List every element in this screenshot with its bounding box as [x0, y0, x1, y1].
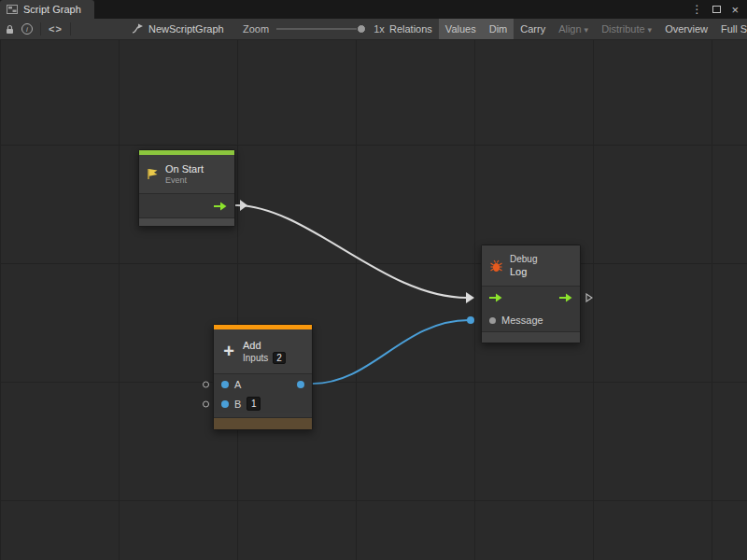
port-label: A	[234, 379, 241, 390]
inputs-row: Inputs2	[243, 352, 286, 364]
wire-end-dot	[467, 316, 474, 324]
align-button-label: Align	[558, 23, 581, 35]
chevron-down-icon: ▾	[648, 25, 653, 35]
maximize-icon[interactable]	[712, 6, 721, 13]
close-icon[interactable]: ×	[731, 4, 739, 16]
plus-icon: +	[221, 341, 236, 362]
node-title: Log	[510, 265, 537, 278]
tab-label: Script Graph	[23, 4, 81, 15]
port-b-row: B 1	[214, 394, 312, 413]
connection-wires	[0, 40, 747, 560]
zoom-slider-knob[interactable]	[357, 24, 366, 34]
node-title: Add	[243, 339, 286, 352]
node-footer	[482, 331, 580, 343]
node-header: On Start Event	[139, 155, 234, 194]
node-category: Debug	[510, 253, 537, 265]
node-add[interactable]: + Add Inputs2 A B 1	[213, 324, 313, 430]
bug-icon	[489, 259, 503, 273]
control-flow-row	[482, 287, 580, 309]
graph-asset-icon	[131, 23, 143, 35]
node-subtitle: Event	[165, 175, 204, 186]
relations-button[interactable]: Relations	[383, 19, 439, 39]
message-input-port[interactable]	[489, 317, 496, 324]
zoom-label: Zoom	[243, 23, 269, 35]
control-input-port[interactable]	[489, 293, 502, 302]
message-input-row: Message	[482, 309, 580, 331]
script-graph-icon	[7, 5, 18, 14]
node-footer	[214, 417, 312, 429]
dim-button[interactable]: Dim	[483, 19, 514, 39]
tab-script-graph[interactable]: Script Graph	[0, 0, 94, 19]
input-port-a[interactable]	[221, 381, 229, 388]
script-graph-window: Script Graph ⋮ × i <> NewScriptGraph	[0, 0, 747, 560]
overview-button[interactable]: Overview	[658, 19, 714, 39]
toolbar-buttons: Relations Values Dim Carry Align▾ Distri…	[383, 19, 747, 39]
carry-button[interactable]: Carry	[514, 19, 552, 39]
wire-onstart-to-log[interactable]	[235, 205, 467, 298]
toolbar-separator	[40, 22, 41, 35]
align-button[interactable]: Align▾	[552, 19, 595, 39]
graph-asset-group: NewScriptGraph	[131, 19, 224, 39]
values-button[interactable]: Values	[439, 19, 483, 39]
titlebar: Script Graph ⋮ ×	[0, 0, 747, 19]
node-on-start[interactable]: On Start Event	[138, 149, 235, 227]
wire-start-arrowhead	[240, 200, 247, 211]
fullscreen-button[interactable]: Full Screen	[714, 19, 747, 39]
unconnected-port-indicator	[203, 381, 209, 387]
distribute-button-label: Distribute	[601, 23, 644, 35]
port-label: B	[234, 399, 241, 410]
toolbar: i <> NewScriptGraph Zoom 1x Relations Va…	[0, 19, 747, 40]
node-header: Debug Log	[482, 245, 580, 287]
window-controls: ⋮ ×	[691, 0, 747, 19]
chevron-down-icon: ▾	[585, 25, 589, 35]
code-icon[interactable]: <>	[49, 23, 63, 35]
wire-end-arrowhead	[466, 292, 474, 303]
port-label: Message	[501, 315, 543, 326]
flag-icon	[147, 168, 159, 180]
graph-canvas[interactable]: On Start Event	[0, 40, 747, 560]
zoom-slider[interactable]	[276, 23, 366, 35]
toolbar-left-icons: i <>	[6, 19, 71, 39]
result-output-port[interactable]	[297, 381, 304, 388]
control-output-port[interactable]	[559, 293, 572, 302]
toolbar-separator	[70, 22, 71, 35]
window-menu-icon[interactable]: ⋮	[691, 4, 702, 15]
control-output-port[interactable]	[214, 202, 227, 211]
distribute-button[interactable]: Distribute▾	[595, 19, 658, 39]
node-title-block: Add Inputs2	[243, 339, 286, 364]
node-debug-log[interactable]: Debug Log Message	[481, 245, 581, 343]
inputs-count-field[interactable]: 2	[273, 352, 286, 364]
node-header: + Add Inputs2	[214, 329, 312, 374]
lock-icon[interactable]	[6, 24, 14, 35]
port-b-value-field[interactable]: 1	[247, 397, 261, 411]
info-icon[interactable]: i	[21, 23, 33, 35]
control-output-row	[139, 194, 234, 217]
zoom-slider-track	[276, 28, 366, 30]
node-title: On Start	[165, 162, 204, 175]
wire-add-to-message[interactable]	[313, 320, 469, 384]
port-a-row: A	[214, 374, 312, 394]
inputs-label: Inputs	[243, 353, 268, 363]
graph-name[interactable]: NewScriptGraph	[148, 23, 224, 35]
node-title-block: Debug Log	[510, 253, 537, 278]
node-footer	[139, 217, 234, 226]
zoom-group: Zoom 1x	[243, 19, 385, 39]
carry-indicator-icon	[585, 293, 593, 302]
unconnected-port-indicator	[203, 400, 209, 407]
input-port-b[interactable]	[221, 400, 229, 408]
node-title-block: On Start Event	[165, 162, 204, 186]
